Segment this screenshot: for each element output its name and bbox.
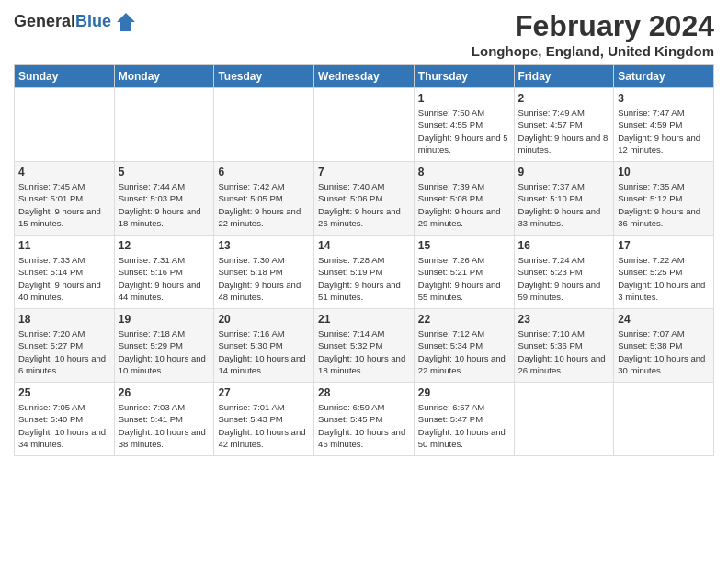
calendar-cell [15,88,115,162]
calendar-cell: 11Sunrise: 7:33 AM Sunset: 5:14 PM Dayli… [15,236,115,309]
calendar-cell: 19Sunrise: 7:18 AM Sunset: 5:29 PM Dayli… [114,309,214,383]
day-info: Sunrise: 7:26 AM Sunset: 5:21 PM Dayligh… [418,254,510,303]
calendar-cell: 9Sunrise: 7:37 AM Sunset: 5:10 PM Daylig… [514,162,614,236]
day-number: 28 [318,386,410,399]
day-info: Sunrise: 6:57 AM Sunset: 5:47 PM Dayligh… [418,401,510,450]
calendar-table: SundayMondayTuesdayWednesdayThursdayFrid… [14,64,714,456]
day-info: Sunrise: 7:40 AM Sunset: 5:06 PM Dayligh… [318,180,410,229]
day-number: 6 [218,166,310,178]
logo-blue-text: Blue [75,12,111,30]
calendar-week-1: 1Sunrise: 7:50 AM Sunset: 4:55 PM Daylig… [15,88,714,162]
weekday-header-tuesday: Tuesday [214,65,314,88]
day-info: Sunrise: 7:01 AM Sunset: 5:43 PM Dayligh… [218,401,310,450]
weekday-header-wednesday: Wednesday [314,65,415,88]
logo-icon [113,9,139,35]
day-info: Sunrise: 7:50 AM Sunset: 4:55 PM Dayligh… [418,107,510,155]
calendar-cell: 26Sunrise: 7:03 AM Sunset: 5:41 PM Dayli… [114,383,214,456]
day-number: 22 [418,313,510,326]
calendar-week-4: 18Sunrise: 7:20 AM Sunset: 5:27 PM Dayli… [15,309,714,383]
day-number: 8 [418,166,510,178]
day-info: Sunrise: 7:37 AM Sunset: 5:10 PM Dayligh… [518,180,610,229]
day-info: Sunrise: 7:14 AM Sunset: 5:32 PM Dayligh… [318,327,410,376]
day-number: 17 [618,239,710,252]
day-info: Sunrise: 7:18 AM Sunset: 5:29 PM Dayligh… [119,327,210,376]
day-info: Sunrise: 7:30 AM Sunset: 5:18 PM Dayligh… [218,254,310,303]
weekday-header-friday: Friday [514,65,614,88]
weekday-header-saturday: Saturday [614,65,714,88]
day-info: Sunrise: 7:39 AM Sunset: 5:08 PM Dayligh… [418,180,510,229]
calendar-cell: 1Sunrise: 7:50 AM Sunset: 4:55 PM Daylig… [414,88,514,162]
day-number: 12 [119,239,210,252]
day-info: Sunrise: 7:31 AM Sunset: 5:16 PM Dayligh… [119,254,210,303]
calendar-cell: 24Sunrise: 7:07 AM Sunset: 5:38 PM Dayli… [614,309,714,383]
calendar-cell [314,88,415,162]
day-number: 16 [518,239,610,252]
calendar-cell: 25Sunrise: 7:05 AM Sunset: 5:40 PM Dayli… [15,383,115,456]
day-number: 14 [318,239,410,252]
day-info: Sunrise: 7:12 AM Sunset: 5:34 PM Dayligh… [418,327,510,376]
calendar-cell: 20Sunrise: 7:16 AM Sunset: 5:30 PM Dayli… [214,309,314,383]
day-number: 18 [18,313,110,326]
calendar-cell: 22Sunrise: 7:12 AM Sunset: 5:34 PM Dayli… [414,309,514,383]
day-number: 2 [518,92,610,105]
month-title: February 2024 [472,9,714,43]
calendar-cell: 7Sunrise: 7:40 AM Sunset: 5:06 PM Daylig… [314,162,415,236]
day-info: Sunrise: 7:20 AM Sunset: 5:27 PM Dayligh… [18,327,110,376]
day-info: Sunrise: 7:42 AM Sunset: 5:05 PM Dayligh… [218,180,310,229]
day-info: Sunrise: 7:47 AM Sunset: 4:59 PM Dayligh… [618,107,710,155]
day-number: 4 [18,166,110,178]
calendar-cell: 29Sunrise: 6:57 AM Sunset: 5:47 PM Dayli… [414,383,514,456]
day-info: Sunrise: 7:35 AM Sunset: 5:12 PM Dayligh… [618,180,710,229]
day-number: 24 [618,313,710,326]
calendar-cell: 17Sunrise: 7:22 AM Sunset: 5:25 PM Dayli… [614,236,714,309]
day-number: 9 [518,166,610,178]
location-text: Longhope, England, United Kingdom [472,43,714,59]
calendar-cell: 10Sunrise: 7:35 AM Sunset: 5:12 PM Dayli… [614,162,714,236]
day-info: Sunrise: 7:16 AM Sunset: 5:30 PM Dayligh… [218,327,310,376]
page-header: GeneralBlue February 2024 Longhope, Engl… [14,9,714,59]
day-number: 27 [218,386,310,399]
day-number: 26 [119,386,210,399]
day-info: Sunrise: 7:49 AM Sunset: 4:57 PM Dayligh… [518,107,610,155]
day-info: Sunrise: 7:33 AM Sunset: 5:14 PM Dayligh… [18,254,110,303]
day-number: 23 [518,313,610,326]
day-info: Sunrise: 7:44 AM Sunset: 5:03 PM Dayligh… [119,180,210,229]
day-number: 15 [418,239,510,252]
day-number: 19 [119,313,210,326]
calendar-cell [514,383,614,456]
logo: GeneralBlue [14,9,139,35]
calendar-cell: 2Sunrise: 7:49 AM Sunset: 4:57 PM Daylig… [514,88,614,162]
weekday-header-monday: Monday [114,65,214,88]
calendar-cell [614,383,714,456]
calendar-week-2: 4Sunrise: 7:45 AM Sunset: 5:01 PM Daylig… [15,162,714,236]
calendar-cell: 3Sunrise: 7:47 AM Sunset: 4:59 PM Daylig… [614,88,714,162]
calendar-cell: 5Sunrise: 7:44 AM Sunset: 5:03 PM Daylig… [114,162,214,236]
calendar-cell: 15Sunrise: 7:26 AM Sunset: 5:21 PM Dayli… [414,236,514,309]
calendar-cell: 4Sunrise: 7:45 AM Sunset: 5:01 PM Daylig… [15,162,115,236]
calendar-cell: 27Sunrise: 7:01 AM Sunset: 5:43 PM Dayli… [214,383,314,456]
day-number: 7 [318,166,410,178]
calendar-cell: 23Sunrise: 7:10 AM Sunset: 5:36 PM Dayli… [514,309,614,383]
day-number: 13 [218,239,310,252]
day-number: 3 [618,92,710,105]
day-info: Sunrise: 7:05 AM Sunset: 5:40 PM Dayligh… [18,401,110,450]
calendar-cell [214,88,314,162]
weekday-header-thursday: Thursday [414,65,514,88]
day-info: Sunrise: 7:28 AM Sunset: 5:19 PM Dayligh… [318,254,410,303]
calendar-cell: 6Sunrise: 7:42 AM Sunset: 5:05 PM Daylig… [214,162,314,236]
calendar-cell: 18Sunrise: 7:20 AM Sunset: 5:27 PM Dayli… [15,309,115,383]
calendar-cell: 14Sunrise: 7:28 AM Sunset: 5:19 PM Dayli… [314,236,415,309]
day-info: Sunrise: 7:22 AM Sunset: 5:25 PM Dayligh… [618,254,710,303]
day-info: Sunrise: 7:03 AM Sunset: 5:41 PM Dayligh… [119,401,210,450]
day-info: Sunrise: 7:45 AM Sunset: 5:01 PM Dayligh… [18,180,110,229]
day-number: 1 [418,92,510,105]
day-info: Sunrise: 6:59 AM Sunset: 5:45 PM Dayligh… [318,401,410,450]
calendar-week-5: 25Sunrise: 7:05 AM Sunset: 5:40 PM Dayli… [15,383,714,456]
calendar-cell: 13Sunrise: 7:30 AM Sunset: 5:18 PM Dayli… [214,236,314,309]
calendar-cell: 8Sunrise: 7:39 AM Sunset: 5:08 PM Daylig… [414,162,514,236]
day-number: 5 [119,166,210,178]
calendar-header: SundayMondayTuesdayWednesdayThursdayFrid… [15,65,714,88]
calendar-cell: 16Sunrise: 7:24 AM Sunset: 5:23 PM Dayli… [514,236,614,309]
day-info: Sunrise: 7:10 AM Sunset: 5:36 PM Dayligh… [518,327,610,376]
day-info: Sunrise: 7:07 AM Sunset: 5:38 PM Dayligh… [618,327,710,376]
